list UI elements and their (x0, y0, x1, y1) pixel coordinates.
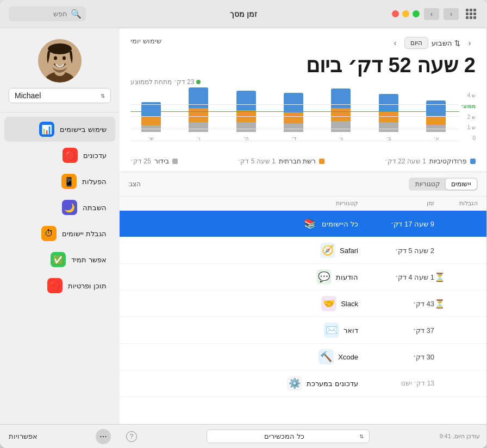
chart-header: ‹ ⇅ השבוע היום › שימוש יומי (130, 37, 476, 49)
back-button[interactable]: ‹ (424, 8, 439, 20)
chart-legend: פרודוקטיביות 1 שעה 22 דק׳ רשת חברתית 1 ש… (130, 157, 476, 165)
legend-item-social: רשת חברתית 1 שעה 5 דק׳ (238, 157, 324, 165)
sidebar-item-downtime[interactable]: השבתה 🌙 (4, 195, 115, 220)
row-time-0: 9 שעה 17 דק׳ (358, 220, 434, 228)
row-app-5: Xcode 🔨 (128, 349, 358, 364)
device-selector[interactable]: ⇅ כל המכשירים (207, 430, 370, 443)
left-bottom-bar: עודכן היום, 9:41 ⇅ כל המכשירים ? (120, 424, 486, 448)
legend-time-social: 1 שעה 5 דק׳ (238, 157, 275, 165)
row-time-1: 2 שעה 5 דק׳ (358, 247, 434, 255)
row-name-0: כל היישומים (322, 220, 358, 228)
help-button[interactable]: ? (126, 431, 137, 442)
row-app-6: עדכונים במערכת ⚙️ (128, 376, 358, 391)
user-arrows-icon: ⇅ (101, 93, 105, 99)
y-label-0: 0 (461, 135, 476, 141)
chart-section: ‹ ⇅ השבוע היום › שימוש יומי 2 שעה 52 דק׳… (120, 28, 486, 172)
row-app-3: Slack 🤝 (128, 296, 358, 311)
table-row[interactable]: 30 דק׳ Xcode 🔨 (120, 344, 486, 370)
y-label-1: ש 1 (461, 124, 476, 130)
tab-categories[interactable]: קטגוריות (410, 179, 446, 190)
sidebar-item-app-limits[interactable]: הגבלת יישומים ⏱ (4, 221, 115, 246)
week-label: ⇅ השבוע (432, 39, 460, 47)
week-arrows-icon: ⇅ (454, 39, 460, 47)
tab-group: יישומים קטגוריות (409, 178, 478, 191)
week-next-button[interactable]: › (389, 37, 401, 49)
table-row[interactable]: 13 דק׳ ישנו עדכונים במערכת ⚙️ (120, 370, 486, 397)
sidebar-item-icon-4: ⏱ (41, 226, 57, 241)
bar-chart: א׳ ב׳ (130, 92, 476, 152)
tab-apps[interactable]: יישומים (446, 179, 477, 190)
main-window: ‹ › זמן מסך 🔍 ‹ (0, 0, 487, 448)
row-limit-3: ⏳ (434, 299, 478, 309)
traffic-lights (392, 10, 420, 17)
chart-grid (130, 92, 459, 141)
row-time-2: 1 שעה 4 דק׳ (358, 273, 434, 281)
legend-dot-blue (470, 159, 476, 164)
main-content: ‹ ⇅ השבוע היום › שימוש יומי 2 שעה 52 דק׳… (0, 28, 487, 448)
user-name: Michael (15, 91, 41, 100)
titlebar: ‹ › זמן מסך 🔍 (0, 0, 487, 28)
week-label-text: השבוע (432, 39, 452, 47)
close-button[interactable] (392, 10, 399, 17)
options-button[interactable]: ··· (96, 429, 111, 444)
sidebar-bottom: ··· אפשרויות (0, 424, 120, 448)
search-icon: 🔍 (71, 9, 82, 19)
device-label: כל המכשירים (213, 432, 356, 440)
col-limit-header: הגבלות (434, 200, 478, 207)
update-text: עודכן היום, 9:41 (439, 433, 480, 440)
minimize-button[interactable] (402, 10, 409, 17)
row-time-6: 13 דק׳ ישנו (358, 380, 434, 387)
chart-y-axis: ש 4 ממוצ׳ ש 2 ש 1 0 (461, 92, 476, 141)
search-box[interactable]: 🔍 (9, 7, 86, 21)
average-text: 23 דק׳ מתחת לממוצע (130, 78, 476, 86)
legend-item-entertainment: בידור 25 דק׳ (130, 157, 178, 165)
legend-label-social: רשת חברתית (279, 157, 316, 165)
table-row[interactable]: ⏳ 43 דק׳ Slack 🤝 (120, 291, 486, 317)
sidebar-item-app-usage[interactable]: שימוש ביישומים 📊 (4, 117, 115, 142)
row-name-2: הודעות (336, 273, 358, 281)
today-button[interactable]: היום (404, 37, 428, 49)
sidebar-item-activations[interactable]: הפעלות 📱 (4, 169, 115, 194)
app-icon-6: ⚙️ (287, 376, 302, 391)
grid-icon (466, 9, 476, 19)
col-time-header: זמן (358, 200, 434, 207)
maximize-button[interactable] (413, 10, 420, 17)
row-time-5: 30 דק׳ (358, 353, 434, 361)
sidebar-item-icon-0: 📊 (39, 122, 54, 137)
app-icon-4: ✉️ (324, 323, 339, 338)
y-label-3: ממוצ׳ (461, 103, 476, 109)
titlebar-left: ‹ › (392, 7, 478, 22)
sidebar-item-icon-5: ✅ (51, 252, 66, 267)
hourglass-icon-2: ⏳ (434, 272, 445, 282)
table-row[interactable]: 37 דק׳ דואר ✉️ (120, 317, 486, 344)
total-time: 2 שעה 52 דק׳ ביום (130, 53, 476, 77)
sidebar-item-icon-6: 🚫 (47, 278, 63, 293)
grid-view-button[interactable] (463, 7, 478, 22)
sidebar-item-icon-1: 🔴 (63, 148, 78, 163)
sidebar-item-label-6: תוכן ופרטיות (68, 282, 107, 290)
week-prev-button[interactable]: ‹ (464, 37, 476, 49)
sidebar-item-label-5: אפשר תמיד (71, 256, 107, 264)
profile-section: ⇅ Michael (0, 28, 120, 112)
sidebar-item-updates[interactable]: עדכונים 🔴 (4, 143, 115, 168)
table-row[interactable]: 2 שעה 5 דק׳ Safari 🧭 (120, 237, 486, 264)
legend-label-entertainment: בידור (154, 157, 169, 165)
svg-point-4 (54, 56, 57, 60)
sidebar-bottom-label: אפשרויות (9, 432, 38, 440)
sidebar-nav: שימוש ביישומים 📊 עדכונים 🔴 הפעלות 📱 השבת… (0, 112, 120, 424)
search-input[interactable] (13, 10, 67, 18)
row-name-6: עדכונים במערכת (307, 380, 358, 388)
row-app-4: דואר ✉️ (128, 323, 358, 338)
app-icon-3: 🤝 (321, 296, 336, 311)
row-name-4: דואר (344, 326, 358, 335)
app-icon-5: 🔨 (319, 349, 334, 364)
table-row[interactable]: 9 שעה 17 דק׳ כל היישומים 📚 (120, 211, 486, 237)
sidebar-item-content-privacy[interactable]: תוכן ופרטיות 🚫 (4, 273, 115, 298)
sidebar-item-always-allowed[interactable]: אפשר תמיד ✅ (4, 247, 115, 272)
table-row[interactable]: ⏳ 1 שעה 4 דק׳ הודעות 💬 (120, 264, 486, 291)
chart-section-title: שימוש יומי (130, 37, 161, 45)
row-time-3: 43 דק׳ (358, 300, 434, 308)
forward-button[interactable]: › (444, 8, 459, 20)
app-icon-2: 💬 (316, 269, 332, 285)
user-selector[interactable]: ⇅ Michael (9, 88, 111, 103)
